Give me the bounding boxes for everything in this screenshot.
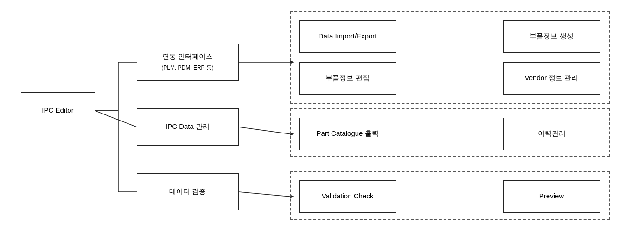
interface-box: 연동 인터페이스(PLM, PDM, ERP 등) [137, 44, 239, 81]
ipc-editor-label: IPC Editor [42, 105, 73, 116]
data-verify-box: 데이터 검증 [137, 173, 239, 210]
data-import-box: Data Import/Export [299, 20, 396, 53]
architecture-diagram: IPC Editor 연동 인터페이스(PLM, PDM, ERP 등) IPC… [12, 6, 633, 229]
part-catalogue-label: Part Catalogue 출력 [316, 128, 378, 139]
ipc-data-box: IPC Data 관리 [137, 108, 239, 146]
preview-label: Preview [539, 191, 564, 202]
svg-line-12 [239, 127, 290, 134]
svg-line-14 [239, 192, 290, 197]
history-mgmt-label: 이력관리 [538, 128, 566, 139]
bupum-edit-box: 부품정보 편집 [299, 62, 396, 95]
interface-label: 연동 인터페이스(PLM, PDM, ERP 등) [161, 51, 213, 72]
history-mgmt-box: 이력관리 [503, 118, 600, 150]
validation-box: Validation Check [299, 180, 396, 213]
preview-box: Preview [503, 180, 600, 213]
data-verify-label: 데이터 검증 [169, 186, 206, 197]
part-catalogue-box: Part Catalogue 출력 [299, 118, 396, 150]
bupum-create-box: 부품정보 생성 [503, 20, 600, 53]
vendor-mgmt-label: Vendor 정보 관리 [525, 73, 579, 83]
bupum-edit-label: 부품정보 편집 [325, 73, 369, 83]
ipc-editor-box: IPC Editor [21, 92, 95, 129]
vendor-mgmt-box: Vendor 정보 관리 [503, 62, 600, 95]
bupum-create-label: 부품정보 생성 [529, 31, 573, 42]
data-import-label: Data Import/Export [319, 31, 377, 42]
ipc-data-label: IPC Data 관리 [166, 121, 210, 132]
svg-line-4 [95, 111, 137, 127]
validation-label: Validation Check [322, 191, 373, 202]
